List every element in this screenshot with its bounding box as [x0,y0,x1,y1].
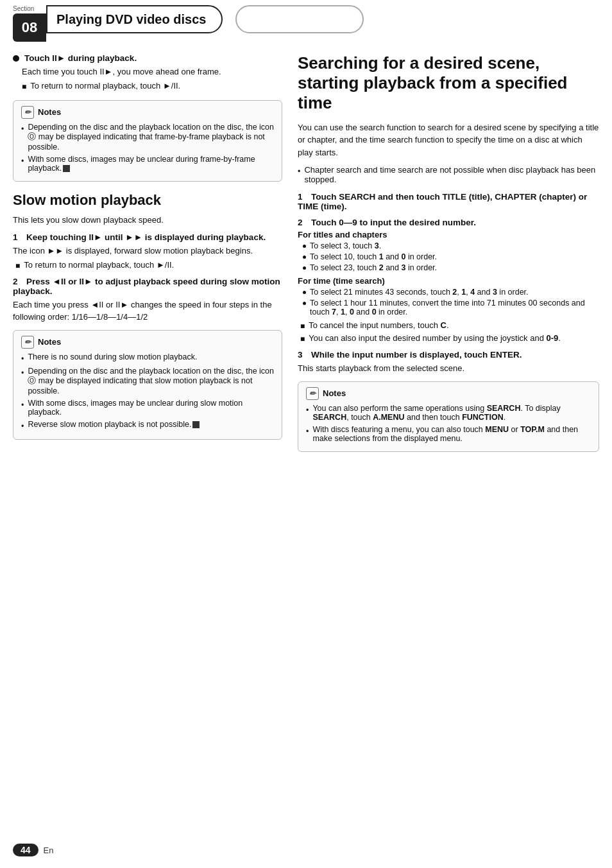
right-step2-titles-list: To select 3, touch 3. To select 10, touc… [303,241,599,272]
notes-item-1-1: • Depending on the disc and the playback… [21,123,274,152]
list-text-4: To select 21 minutes 43 seconds, touch 2… [310,288,529,297]
list-item: To select 21 minutes 43 seconds, touch 2… [303,288,599,297]
notes-item-1-2: • With some discs, images may be unclear… [21,155,274,173]
list-dot-icon-3 [303,266,306,270]
right-step2-subheading-2: For time (time search) [298,276,599,286]
notes-title-3: Notes [323,388,346,398]
touch-sub-bullet: ■ To return to normal playback, touch ►/… [22,81,282,91]
list-dot-icon-2 [303,256,306,259]
notes-pencil-icon-2: ✏ [21,336,34,349]
notes-bullet-icon-2-2: • [21,369,24,378]
list-dot-icon-5 [303,302,306,305]
notes-text-1-2: With some discs, images may be unclear d… [28,155,274,173]
touch-body: Each time you touch II►, you move ahead … [22,65,282,78]
right-step1: 1 Touch SEARCH and then touch TITLE (tit… [298,192,599,211]
right-column: Searching for a desired scene, starting … [298,53,599,462]
page: Section 08 Playing DVD video discs Touch… [0,0,612,868]
touch-heading: Touch II► during playback. [13,53,282,63]
sub-bullet-arrow-icon-3: ■ [300,322,305,331]
touch-sub-bullet-text: To return to normal playback, touch ►/II… [30,81,180,91]
language-label: En [44,846,54,855]
slow-motion-step1: 1 Keep touching II► until ►► is displaye… [13,232,282,270]
right-step2-bullet1: ■ To cancel the input numbers, touch C. [300,320,599,331]
slow-motion-step2-body: Each time you press ◄II or II► changes t… [13,299,282,324]
bullet-dot-icon [13,55,19,62]
notes-bullet-icon-2-4: • [21,422,24,431]
notes-title-1: Notes [38,107,61,117]
notes-pencil-icon-1: ✏ [21,106,34,119]
list-item: To select 10, touch 1 and 0 in order. [303,252,599,261]
notes-bullet-icon-3-2: • [306,427,309,436]
slow-motion-step2-heading: 2 Press ◄II or II► to adjust playback sp… [13,277,282,296]
right-step2-heading: 2 Touch 0—9 to input the desired number. [298,218,599,227]
notes-text-2-1: There is no sound during slow motion pla… [28,352,197,361]
page-title: Playing DVD video discs [56,12,206,27]
stop-icon-2 [192,421,200,428]
touch-heading-text: Touch II► during playback. [24,53,137,63]
slow-motion-step1-body: The icon ►► is displayed, forward slow m… [13,245,282,257]
right-step1-heading-text: 1 Touch SEARCH and then touch TITLE (tit… [298,192,587,211]
notes-text-2-2: Depending on the disc and the playback l… [28,367,274,395]
list-dot-icon-1 [303,245,306,248]
notes-text-1-1: Depending on the disc and the playback l… [28,123,274,152]
notes-header-2: ✏ Notes [21,336,274,349]
right-step2-heading-text: 2 Touch 0—9 to input the desired number. [298,218,476,227]
right-step2-bullet1-text: To cancel the input numbers, touch C. [309,320,448,330]
notes-text-3-2: With discs featuring a menu, you can als… [312,425,591,443]
slow-motion-step2: 2 Press ◄II or II► to adjust playback sp… [13,277,282,324]
notes-item-3-2: • With discs featuring a menu, you can a… [306,425,591,443]
notes-bullet-icon-1-1: • [21,125,24,134]
right-intro: You can use the search function to searc… [298,121,599,159]
left-column: Touch II► during playback. Each time you… [13,53,282,462]
slow-motion-step1-sub-text: To return to normal playback, touch ►/II… [24,260,174,270]
right-step3-body: This starts playback from the selected s… [298,362,599,375]
notes-box-2: ✏ Notes • There is no sound during slow … [13,330,282,440]
footer: 44 En [13,844,53,856]
notes-text-3-1: You can also perform the same operations… [312,404,591,422]
right-intro-bullet-text: Chapter search and time search are not p… [304,165,599,184]
right-step1-heading: 1 Touch SEARCH and then touch TITLE (tit… [298,192,599,211]
notes-item-2-1: • There is no sound during slow motion p… [21,352,274,363]
list-item: To select 23, touch 2 and 3 in order. [303,263,599,272]
main-content: Touch II► during playback. Each time you… [0,42,612,475]
notes-bullet-icon-2-1: • [21,354,24,363]
right-step2: 2 Touch 0—9 to input the desired number.… [298,218,599,343]
notes-box-3: ✏ Notes • You can also perform the same … [298,381,599,452]
list-item: To select 1 hour 11 minutes, convert the… [303,299,599,317]
right-intro-bullet: • Chapter search and time search are not… [298,165,599,184]
notes-bullet-icon-2-3: • [21,401,24,410]
header: Section 08 Playing DVD video discs [0,0,612,42]
list-item: To select 3, touch 3. [303,241,599,250]
notes-text-2-3: With some discs, images may be unclear d… [28,399,274,417]
slow-motion-section: Slow motion playback This lets you slow … [13,192,282,440]
notes-header-3: ✏ Notes [306,387,591,400]
notes-header-1: ✏ Notes [21,106,274,119]
section-label: Section [13,5,46,12]
page-number: 44 [13,844,38,856]
right-title: Searching for a desired scene, starting … [298,53,599,114]
title-pill: Playing DVD video discs [46,5,223,33]
right-step2-time-list: To select 21 minutes 43 seconds, touch 2… [303,288,599,317]
notes-title-2: Notes [38,337,61,347]
right-step2-bullet2-text: You can also input the desired number by… [309,333,561,343]
notes-bullet-icon-1-2: • [21,157,24,166]
list-text-1: To select 3, touch 3. [310,241,381,250]
right-step2-subheading-1: For titles and chapters [298,230,599,239]
notes-box-1: ✏ Notes • Depending on the disc and the … [13,100,282,182]
notes-pencil-icon-3: ✏ [306,387,319,400]
right-step3: 3 While the input number is displayed, t… [298,350,599,375]
notes-bullet-icon-3-1: • [306,406,309,415]
sub-bullet-arrow-icon: ■ [22,82,26,91]
notes-item-2-4: • Reverse slow motion playback is not po… [21,420,274,431]
touch-section: Touch II► during playback. Each time you… [13,53,282,91]
notes-item-2-3: • With some discs, images may be unclear… [21,399,274,417]
right-step3-heading: 3 While the input number is displayed, t… [298,350,599,360]
section-badge: Section 08 [13,5,46,42]
right-step3-heading-text: 3 While the input number is displayed, t… [298,350,522,360]
notes-item-3-1: • You can also perform the same operatio… [306,404,591,422]
list-text-5: To select 1 hour 11 minutes, convert the… [310,299,599,317]
list-dot-icon-4 [303,291,306,294]
slow-motion-step1-heading: 1 Keep touching II► until ►► is displaye… [13,232,282,242]
notes-text-2-4: Reverse slow motion playback is not poss… [28,420,200,429]
header-oval [235,5,364,33]
